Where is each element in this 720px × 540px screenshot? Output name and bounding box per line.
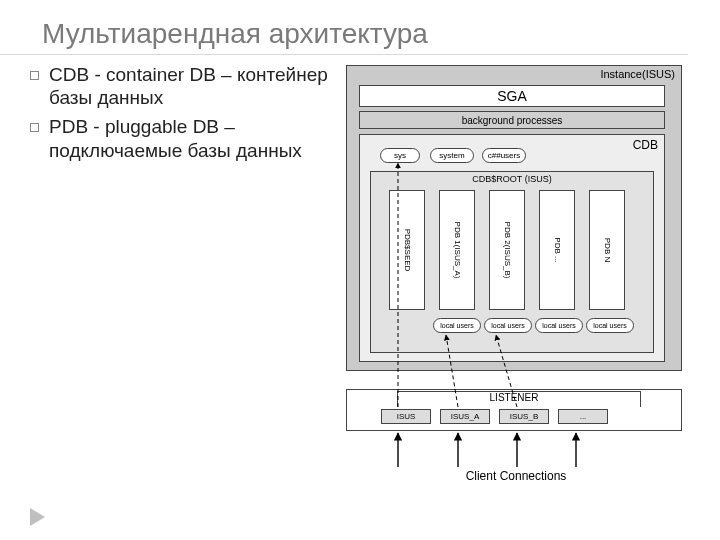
listener-label: LISTENER <box>347 392 681 403</box>
bgproc-box: background processes <box>359 111 665 129</box>
service-isus-a: ISUS_A <box>440 409 490 424</box>
local-users-oval: local users <box>586 318 634 333</box>
pdb-label: PDB$SEED <box>403 229 412 272</box>
cdb-label: CDB <box>633 138 658 152</box>
instance-box: Instance(ISUS) SGA background processes … <box>346 65 682 371</box>
cdbroot-box: CDB$ROOT (ISUS) PDB$SEED PDB 1(ISUS_A) P… <box>370 171 654 353</box>
cdb-box: CDB sys system c##users CDB$ROOT (ISUS) … <box>359 134 665 362</box>
play-arrow-icon <box>30 508 45 526</box>
bullet-marker-icon <box>30 123 39 132</box>
pdb-seed: PDB$SEED <box>389 190 425 310</box>
bullet-text: CDB - container DB – контейнер базы данн… <box>49 63 340 109</box>
local-users-oval: local users <box>433 318 481 333</box>
pdb-2: PDB 2(ISUS_B) <box>489 190 525 310</box>
pdb-more: PDB ... <box>539 190 575 310</box>
local-users-oval: local users <box>484 318 532 333</box>
listener-box: LISTENER ISUS ISUS_A ISUS_B ... <box>346 389 682 431</box>
bullet-list: CDB - container DB – контейнер базы данн… <box>0 63 340 493</box>
service-isus: ISUS <box>381 409 431 424</box>
service-isus-b: ISUS_B <box>499 409 549 424</box>
content-area: CDB - container DB – контейнер базы данн… <box>0 55 720 493</box>
list-item: CDB - container DB – контейнер базы данн… <box>30 63 340 109</box>
cdbroot-label: CDB$ROOT (ISUS) <box>371 174 653 184</box>
local-users-oval: local users <box>535 318 583 333</box>
client-connections-label: Client Connections <box>340 469 692 483</box>
list-item: PDB - pluggable DB – подключаемые базы д… <box>30 115 340 161</box>
service-more: ... <box>558 409 608 424</box>
pdb-label: PDB 2(ISUS_B) <box>503 222 512 279</box>
instance-label: Instance(ISUS) <box>600 68 675 80</box>
pdb-1: PDB 1(ISUS_A) <box>439 190 475 310</box>
bullet-marker-icon <box>30 71 39 80</box>
pdb-n: PDB N <box>589 190 625 310</box>
slide-title: Мультиарендная архитектура <box>0 0 688 55</box>
system-user-oval: system <box>430 148 474 163</box>
architecture-diagram: Instance(ISUS) SGA background processes … <box>340 63 692 493</box>
sys-user-oval: sys <box>380 148 420 163</box>
sga-box: SGA <box>359 85 665 107</box>
custom-users-oval: c##users <box>482 148 526 163</box>
bullet-text: PDB - pluggable DB – подключаемые базы д… <box>49 115 340 161</box>
pdb-label: PDB 1(ISUS_A) <box>453 222 462 279</box>
pdb-label: PDB N <box>603 238 612 262</box>
pdb-label: PDB ... <box>553 237 562 262</box>
